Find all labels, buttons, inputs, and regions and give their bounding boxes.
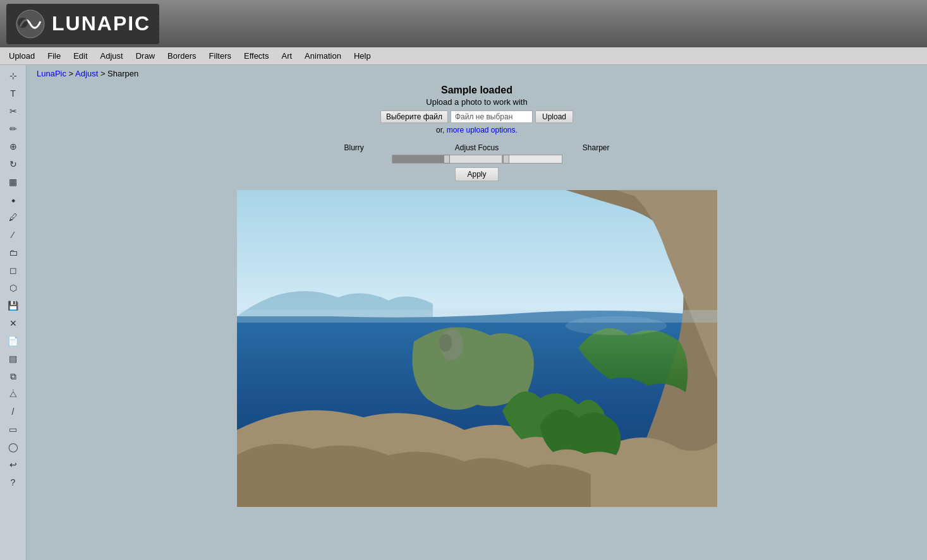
upload-row: Выберите файл Файл не выбран Upload	[380, 110, 573, 123]
paste-tool[interactable]: ⧊	[3, 386, 24, 402]
upload-subtitle: Upload a photo to work with	[426, 97, 527, 107]
menu-art[interactable]: Art	[275, 49, 298, 63]
header: LUNAPIC	[0, 0, 927, 47]
breadcrumb-sharpen: Sharpen	[107, 69, 138, 78]
logo-text: LUNAPIC	[52, 12, 150, 35]
help-tool[interactable]: ?	[3, 474, 24, 491]
move-tool[interactable]: ⊹	[3, 68, 24, 84]
brush-tool[interactable]: ∕	[3, 227, 24, 243]
sharpen-panel: Blurry Adjust Focus Sharper Apply	[37, 143, 917, 181]
folder-tool[interactable]: 🗀	[3, 244, 24, 261]
choose-file-button[interactable]: Выберите файл	[380, 110, 448, 123]
svg-point-1	[18, 18, 28, 28]
breadcrumb-adjust[interactable]: Adjust	[75, 69, 98, 78]
image-area	[37, 190, 917, 507]
copy-tool[interactable]: ⧉	[3, 368, 24, 384]
svg-rect-6	[237, 310, 717, 323]
main-layout: ⊹ T ✂ ✏ ⊕ ↻ ▦ ⬥ 🖊 ∕ 🗀 ◻ ⬡ 💾 ✕ 📄 ▤ ⧉ ⧊ / …	[0, 65, 927, 560]
rotate-tool[interactable]: ↻	[3, 156, 24, 172]
pen-tool[interactable]: ✏	[3, 121, 24, 137]
paint-bucket-tool[interactable]: ⬥	[3, 191, 24, 208]
or-row: or, more upload options.	[436, 126, 518, 134]
rectangle-tool[interactable]: ▭	[3, 421, 24, 438]
content-area: LunaPic > Adjust > Sharpen Sample loaded…	[27, 65, 927, 560]
stamp-tool[interactable]: ⬡	[3, 280, 24, 296]
breadcrumb: LunaPic > Adjust > Sharpen	[37, 69, 138, 78]
layers-tool[interactable]: ▤	[3, 350, 24, 367]
breadcrumb-sep1: >	[69, 69, 76, 78]
breadcrumb-lunapic[interactable]: LunaPic	[37, 69, 66, 78]
sharpen-labels-row: Blurry Adjust Focus Sharper	[344, 143, 610, 152]
menu-filters[interactable]: Filters	[203, 49, 238, 63]
sharper-label: Sharper	[521, 143, 610, 152]
upload-button[interactable]: Upload	[535, 110, 573, 123]
menu-borders[interactable]: Borders	[161, 49, 203, 63]
menu-draw[interactable]: Draw	[130, 49, 161, 63]
menu-adjust[interactable]: Adjust	[94, 49, 130, 63]
line-tool[interactable]: /	[3, 403, 24, 420]
sample-loaded-title: Sample loaded	[441, 85, 512, 96]
menu-edit[interactable]: Edit	[67, 49, 94, 63]
grid-tool[interactable]: ▦	[3, 174, 24, 190]
sample-image	[237, 190, 717, 507]
more-upload-options-link[interactable]: more upload options.	[447, 126, 518, 134]
menu-effects[interactable]: Effects	[238, 49, 276, 63]
close-tool[interactable]: ✕	[3, 315, 24, 331]
file-status-text: Файл не выбран	[451, 110, 533, 123]
or-text: or,	[436, 126, 444, 134]
logo-icon-svg	[15, 9, 45, 39]
adjust-focus-label: Adjust Focus	[433, 143, 521, 152]
breadcrumb-sep2: >	[100, 69, 107, 78]
document-tool[interactable]: 📄	[3, 333, 24, 349]
blurry-label: Blurry	[344, 143, 433, 152]
eraser-tool[interactable]: ◻	[3, 262, 24, 278]
menubar: Upload File Edit Adjust Draw Borders Fil…	[0, 47, 927, 65]
slider-row	[392, 155, 562, 164]
menu-file[interactable]: File	[41, 49, 67, 63]
sharpen-slider-left[interactable]	[392, 155, 502, 164]
undo-tool[interactable]: ↩	[3, 456, 24, 473]
ellipse-tool[interactable]: ◯	[3, 439, 24, 455]
upload-panel: Sample loaded Upload a photo to work wit…	[37, 85, 917, 134]
apply-button[interactable]: Apply	[455, 167, 498, 181]
zoom-tool[interactable]: ⊕	[3, 138, 24, 155]
scissors-tool[interactable]: ✂	[3, 103, 24, 119]
logo-box: LUNAPIC	[6, 4, 159, 44]
menu-upload[interactable]: Upload	[3, 49, 41, 63]
left-toolbar: ⊹ T ✂ ✏ ⊕ ↻ ▦ ⬥ 🖊 ∕ 🗀 ◻ ⬡ 💾 ✕ 📄 ▤ ⧉ ⧊ / …	[0, 65, 27, 560]
text-tool[interactable]: T	[3, 85, 24, 102]
sharpen-slider-right[interactable]	[502, 155, 562, 164]
menu-animation[interactable]: Animation	[298, 49, 348, 63]
save-tool[interactable]: 💾	[3, 297, 24, 314]
eyedropper-tool[interactable]: 🖊	[3, 209, 24, 225]
svg-point-4	[439, 334, 452, 352]
menu-help[interactable]: Help	[348, 49, 377, 63]
